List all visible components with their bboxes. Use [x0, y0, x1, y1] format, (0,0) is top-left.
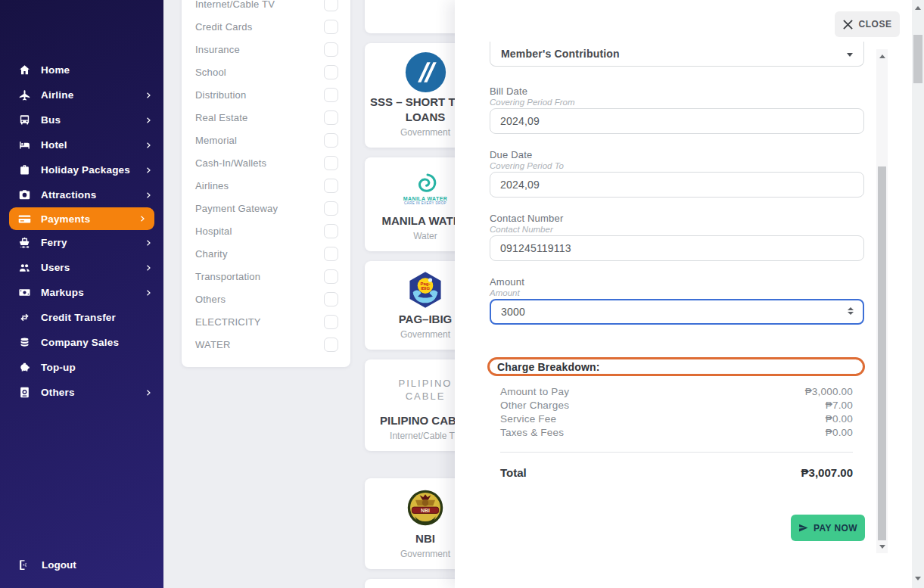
breakdown-row-service-fee: Service Fee₱0.00: [500, 412, 853, 425]
breakdown-row-value: ₱3,000.00: [805, 386, 853, 397]
nbi-logo: NBI: [406, 478, 445, 531]
biller-title: NBI: [415, 531, 435, 546]
modal-scrollbar-thumb[interactable]: [878, 166, 886, 540]
close-button[interactable]: CLOSE: [835, 11, 900, 37]
biller-category: Government: [400, 329, 450, 340]
filter-label: Others: [195, 294, 324, 305]
filter-row-water[interactable]: WATER: [195, 333, 338, 356]
sidebar-item-users[interactable]: Users: [0, 255, 163, 280]
breakdown-row-label: Amount to Pay: [500, 386, 569, 397]
pay-now-button[interactable]: PAY NOW: [791, 515, 865, 541]
checkbox-distribution[interactable]: [324, 88, 338, 102]
breakdown-row-label: Other Charges: [500, 400, 569, 411]
checkbox-electricity[interactable]: [324, 315, 338, 329]
chevron-down-icon: [847, 53, 853, 57]
sidebar-item-attractions[interactable]: Attractions: [0, 182, 163, 207]
pag-ibig-logo: Pag-IBIG: [406, 261, 445, 312]
sidebar-item-company-sales[interactable]: Company Sales: [0, 330, 163, 355]
sidebar-item-logout[interactable]: Logout: [18, 553, 76, 576]
filter-row-electricity[interactable]: ELECTRICITY: [195, 310, 338, 333]
filter-row-cash-in-wallets[interactable]: Cash-In/Wallets: [195, 151, 338, 174]
sidebar-item-label: Airline: [41, 89, 144, 101]
sidebar-item-payments[interactable]: Payments: [9, 207, 154, 230]
page-scrollbar-thumb[interactable]: [913, 35, 922, 83]
checkbox-real-estate[interactable]: [324, 110, 338, 125]
due-date-input[interactable]: [490, 172, 864, 198]
checkbox-others[interactable]: [324, 292, 338, 306]
breakdown-row-label: Taxes & Fees: [500, 427, 564, 438]
checkbox-charity[interactable]: [324, 247, 338, 261]
sidebar-item-label: Markups: [41, 287, 144, 298]
checkbox-credit-cards[interactable]: [324, 20, 338, 34]
filter-row-hospital[interactable]: Hospital: [195, 219, 338, 242]
page-scroll-up-icon[interactable]: [912, 2, 924, 13]
sidebar-item-bus[interactable]: Bus: [0, 107, 163, 132]
filter-row-memorial[interactable]: Memorial: [195, 129, 338, 151]
sidebar-item-airline[interactable]: Airline: [0, 82, 163, 107]
category-filter-panel: Internet/Cable TVCredit CardsInsuranceSc…: [182, 0, 350, 367]
checkbox-memorial[interactable]: [324, 133, 338, 148]
chevron-right-icon: [144, 238, 153, 247]
send-icon: [798, 523, 808, 533]
checkbox-airlines[interactable]: [324, 179, 338, 193]
filter-label: Distribution: [195, 89, 324, 101]
filter-row-school[interactable]: School: [195, 61, 338, 83]
checkbox-water[interactable]: [324, 338, 338, 352]
piggy-bank-icon: [18, 361, 31, 374]
filter-label: Airlines: [195, 180, 324, 191]
filter-row-others[interactable]: Others: [195, 288, 338, 310]
sidebar-item-credit-transfer[interactable]: Credit Transfer: [0, 305, 163, 330]
page-scrollbar[interactable]: [912, 0, 924, 588]
filter-row-airlines[interactable]: Airlines: [195, 174, 338, 197]
checkbox-cash-in-wallets[interactable]: [324, 156, 338, 170]
checkbox-internet-cable-tv[interactable]: [324, 0, 338, 11]
filter-row-internet-cable-tv[interactable]: Internet/Cable TV: [195, 0, 338, 15]
breakdown-row-value: ₱7.00: [826, 400, 853, 411]
charge-breakdown-title: Charge Breakdown:: [497, 361, 600, 373]
biller-category: Internet/Cable TV: [390, 431, 461, 441]
page-scroll-down-icon[interactable]: [912, 573, 924, 583]
checkbox-transportation[interactable]: [324, 269, 338, 284]
logout-label: Logout: [42, 559, 76, 571]
charge-breakdown-heading: Charge Breakdown:: [487, 357, 865, 376]
passport-icon: [18, 386, 31, 399]
sidebar-item-hotel[interactable]: Hotel: [0, 132, 163, 157]
luggage-icon: [18, 163, 31, 176]
sidebar-item-home[interactable]: Home: [0, 58, 163, 82]
bill-date-input[interactable]: [490, 108, 864, 134]
sidebar-item-ferry[interactable]: Ferry: [0, 230, 163, 255]
bill-type-selected-value: Member's Contribution: [501, 48, 847, 60]
bill-type-select[interactable]: Member's Contribution: [490, 42, 864, 67]
filter-row-payment-gateway[interactable]: Payment Gateway: [195, 197, 338, 219]
filter-row-real-estate[interactable]: Real Estate: [195, 106, 338, 129]
sidebar-item-others[interactable]: Others: [0, 380, 163, 405]
sss-logo: [404, 43, 447, 95]
amount-input[interactable]: [490, 299, 864, 325]
chevron-right-icon: [144, 166, 153, 175]
credit-card-icon: [18, 213, 31, 226]
contact-number-input[interactable]: [490, 235, 864, 261]
filter-row-charity[interactable]: Charity: [195, 242, 338, 265]
checkbox-school[interactable]: [324, 65, 338, 79]
sidebar-item-markups[interactable]: Markups: [0, 280, 163, 305]
close-button-label: CLOSE: [859, 19, 892, 30]
total-label: Total: [500, 466, 527, 479]
checkbox-hospital[interactable]: [324, 224, 338, 238]
sidebar-item-top-up[interactable]: Top-up: [0, 355, 163, 380]
filter-row-insurance[interactable]: Insurance: [195, 38, 338, 61]
field-label: Contact Number: [490, 213, 864, 224]
sidebar: HomeAirlineBusHotelHoliday PackagesAttra…: [0, 0, 163, 588]
svg-text:NBI: NBI: [421, 508, 430, 513]
filter-row-distribution[interactable]: Distribution: [195, 83, 338, 106]
sidebar-nav: HomeAirlineBusHotelHoliday PackagesAttra…: [0, 58, 163, 405]
number-spinner[interactable]: [848, 307, 854, 315]
scroll-down-arrow-icon[interactable]: [876, 541, 888, 552]
checkbox-insurance[interactable]: [324, 42, 338, 57]
filter-row-credit-cards[interactable]: Credit Cards: [195, 15, 338, 38]
chevron-right-icon: [144, 141, 153, 150]
scroll-up-arrow-icon[interactable]: [876, 51, 888, 61]
sidebar-item-holiday-packages[interactable]: Holiday Packages: [0, 157, 163, 182]
checkbox-payment-gateway[interactable]: [324, 201, 338, 216]
filter-row-transportation[interactable]: Transportation: [195, 265, 338, 288]
modal-scrollbar[interactable]: [876, 49, 888, 553]
